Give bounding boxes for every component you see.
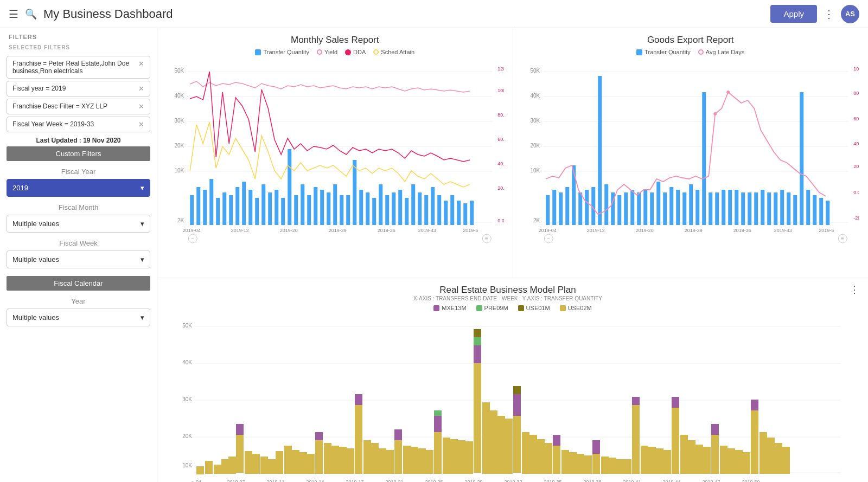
svg-rect-245 xyxy=(727,448,735,474)
fiscal-month-value: Multiple values xyxy=(12,220,59,228)
svg-rect-116 xyxy=(695,190,699,225)
svg-rect-205 xyxy=(331,446,339,474)
svg-rect-210 xyxy=(379,448,386,474)
svg-rect-218 xyxy=(458,440,465,474)
legend-pre09m: PRE09M xyxy=(476,305,508,311)
svg-rect-118 xyxy=(709,192,712,225)
filter-chip-fiscal-year[interactable]: Fiscal year = 2019 ✕ xyxy=(7,81,150,97)
more-options-icon[interactable]: ⋮ xyxy=(824,8,834,21)
svg-rect-38 xyxy=(314,187,317,225)
filter-chip-franchise-desc-remove[interactable]: ✕ xyxy=(138,102,144,111)
search-icon[interactable]: 🔍 xyxy=(25,8,37,20)
legend-avg-late-days: Avg Late Days xyxy=(698,49,744,55)
menu-icon[interactable]: ☰ xyxy=(9,8,18,21)
year-section-label: Year xyxy=(0,297,157,305)
svg-text:2019-43: 2019-43 xyxy=(418,228,436,233)
filter-chip-fiscal-year-remove[interactable]: ✕ xyxy=(138,85,144,93)
svg-rect-224 xyxy=(522,432,529,474)
svg-rect-19 xyxy=(190,195,194,225)
svg-rect-47 xyxy=(372,198,376,225)
svg-text:2019-44: 2019-44 xyxy=(662,479,680,482)
svg-rect-235 xyxy=(624,459,631,474)
svg-rect-222 xyxy=(497,416,505,474)
svg-rect-185 xyxy=(632,397,640,405)
svg-rect-135 xyxy=(819,198,823,225)
svg-rect-174 xyxy=(474,345,481,363)
monthly-sales-panel: Monthly Sales Report Transfer Quantity Y… xyxy=(157,28,513,278)
svg-rect-132 xyxy=(800,92,803,225)
monthly-sales-svg: 50K 40K 30K 20K 10K 2K 120.00% 100.00% 8… xyxy=(166,60,504,244)
svg-rect-171 xyxy=(434,416,442,432)
fiscal-month-dropdown[interactable]: Multiple values ▾ xyxy=(7,215,150,233)
svg-rect-99 xyxy=(585,190,589,225)
year-dropdown[interactable]: Multiple values ▾ xyxy=(7,309,150,326)
fiscal-year-dropdown[interactable]: 2019 ▾ xyxy=(7,179,150,197)
fiscal-week-dropdown[interactable]: Multiple values ▾ xyxy=(7,250,150,268)
svg-rect-26 xyxy=(235,187,239,225)
svg-rect-121 xyxy=(728,190,732,225)
avatar[interactable]: AS xyxy=(841,5,859,23)
svg-text:50K: 50K xyxy=(174,68,184,74)
fiscal-calendar-bar[interactable]: Fiscal Calendar xyxy=(7,276,150,291)
svg-rect-233 xyxy=(609,458,616,474)
svg-rect-23 xyxy=(216,198,220,225)
svg-rect-59 xyxy=(450,195,454,225)
svg-point-137 xyxy=(713,112,717,115)
svg-rect-108 xyxy=(643,190,647,225)
filter-chip-franchise-remove[interactable]: ✕ xyxy=(138,60,144,68)
svg-rect-250 xyxy=(775,443,782,474)
svg-rect-30 xyxy=(261,184,265,225)
svg-rect-216 xyxy=(443,438,450,474)
filter-chip-fiscal-week[interactable]: Fiscal Year Week = 2019-33 ✕ xyxy=(7,117,150,132)
svg-text:2019-11: 2019-11 xyxy=(266,479,284,482)
svg-rect-28 xyxy=(248,190,252,225)
svg-rect-167 xyxy=(355,394,362,405)
svg-text:10K: 10K xyxy=(174,168,184,173)
svg-rect-105 xyxy=(624,192,628,225)
svg-rect-133 xyxy=(806,190,810,225)
svg-rect-198 xyxy=(260,457,268,474)
svg-text:80.00: 80.00 xyxy=(853,91,859,96)
svg-text:2019-12: 2019-12 xyxy=(586,228,604,233)
legend-use02m-label: USE02M xyxy=(568,305,592,311)
real-estate-more-icon[interactable]: ⋮ xyxy=(850,284,859,295)
custom-filters-bar[interactable]: Custom Filters xyxy=(7,146,150,161)
header: ☰ 🔍 My Business Dashboard Apply ⋮ AS xyxy=(0,0,868,28)
svg-text:2019-20: 2019-20 xyxy=(280,228,298,233)
svg-rect-219 xyxy=(465,441,473,474)
svg-text:2019-29: 2019-29 xyxy=(464,479,482,482)
filter-chip-franchise-desc[interactable]: Franchise Desc Filter = XYZ LLP ✕ xyxy=(7,99,150,114)
filter-chip-franchise[interactable]: Franchise = Peter Real Estate,John Doe b… xyxy=(7,56,150,79)
svg-rect-202 xyxy=(299,452,307,474)
svg-rect-24 xyxy=(222,192,226,225)
legend-pre09m-label: PRE09M xyxy=(484,305,508,311)
legend-ge-transfer-qty-dot xyxy=(636,49,642,55)
svg-rect-134 xyxy=(813,195,816,225)
svg-rect-20 xyxy=(196,187,200,225)
svg-rect-161 xyxy=(236,435,244,473)
svg-rect-49 xyxy=(385,195,389,225)
filter-chip-fiscal-week-remove[interactable]: ✕ xyxy=(138,120,144,128)
svg-rect-95 xyxy=(559,192,563,225)
svg-rect-29 xyxy=(255,198,259,225)
svg-rect-128 xyxy=(774,192,777,225)
svg-text:2019-41: 2019-41 xyxy=(623,479,641,482)
svg-rect-111 xyxy=(663,192,667,225)
svg-rect-25 xyxy=(229,195,233,225)
svg-rect-196 xyxy=(245,451,252,474)
svg-rect-110 xyxy=(656,182,660,225)
apply-button[interactable]: Apply xyxy=(770,5,817,23)
year-chevron: ▾ xyxy=(141,313,144,322)
selected-filters-label: SELECTED FILTERS xyxy=(0,42,157,54)
svg-text:50K: 50K xyxy=(530,68,540,74)
svg-rect-178 xyxy=(513,394,521,416)
svg-rect-173 xyxy=(474,363,481,473)
svg-text:≡: ≡ xyxy=(485,236,488,242)
real-estate-legend: MXE13M PRE09M USE01M USE02M xyxy=(166,305,859,311)
svg-rect-58 xyxy=(444,201,448,225)
svg-text:−: − xyxy=(547,236,550,242)
svg-rect-126 xyxy=(761,190,764,225)
svg-rect-115 xyxy=(689,184,693,225)
legend-use02m: USE02M xyxy=(560,305,592,311)
svg-rect-101 xyxy=(598,76,602,225)
